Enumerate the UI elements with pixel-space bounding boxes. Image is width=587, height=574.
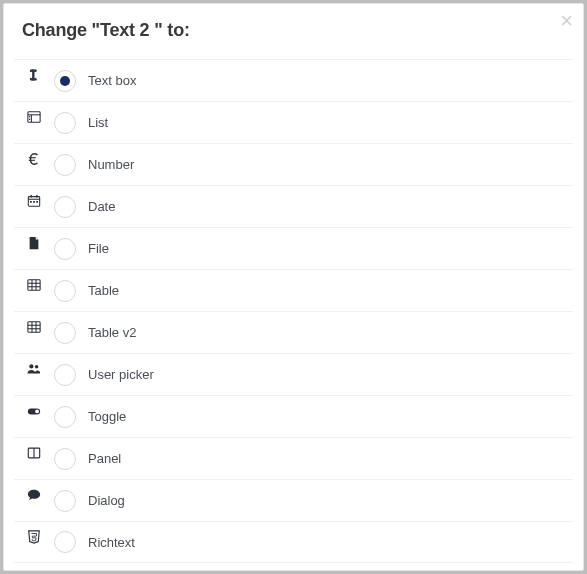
html-icon: [14, 522, 54, 544]
svg-point-24: [29, 364, 33, 368]
options-list: Text boxListNumberDateFileTableTable v2U…: [4, 59, 583, 563]
table-icon: [14, 312, 54, 334]
option-label: User picker: [88, 367, 154, 382]
radio-button[interactable]: [54, 154, 76, 176]
svg-rect-3: [29, 116, 30, 117]
panel-icon: [14, 438, 54, 460]
dialog-title: Change "Text 2 " to:: [22, 20, 565, 41]
users-icon: [14, 354, 54, 376]
option-row[interactable]: Panel: [14, 437, 573, 479]
comment-icon: [14, 480, 54, 502]
option-label: Toggle: [88, 409, 126, 424]
close-icon[interactable]: ×: [560, 10, 573, 32]
option-row[interactable]: Text box: [14, 59, 573, 101]
radio-button[interactable]: [54, 70, 76, 92]
option-row[interactable]: List: [14, 101, 573, 143]
option-label: Panel: [88, 451, 121, 466]
svg-rect-9: [31, 195, 32, 198]
option-label: Dialog: [88, 493, 125, 508]
option-label: Table v2: [88, 325, 136, 340]
calendar-icon: [14, 186, 54, 208]
option-label: Date: [88, 199, 115, 214]
table-icon: [14, 270, 54, 292]
text-cursor-icon: [14, 60, 54, 82]
option-row[interactable]: Dialog: [14, 479, 573, 521]
change-type-dialog: × Change "Text 2 " to: Text boxListNumbe…: [3, 3, 584, 571]
svg-rect-10: [36, 195, 37, 198]
option-row[interactable]: Number: [14, 143, 573, 185]
option-row[interactable]: Toggle: [14, 395, 573, 437]
radio-button[interactable]: [54, 406, 76, 428]
file-icon: [14, 228, 54, 250]
toggle-icon: [14, 396, 54, 418]
option-row[interactable]: Table v2: [14, 311, 573, 353]
option-label: Table: [88, 283, 119, 298]
radio-button[interactable]: [54, 238, 76, 260]
option-label: Text box: [88, 73, 136, 88]
radio-button[interactable]: [54, 490, 76, 512]
option-label: List: [88, 115, 108, 130]
dialog-header: Change "Text 2 " to:: [4, 4, 583, 59]
euro-icon: [14, 144, 54, 166]
radio-button[interactable]: [54, 364, 76, 386]
option-row[interactable]: Date: [14, 185, 573, 227]
radio-button[interactable]: [54, 448, 76, 470]
radio-button[interactable]: [54, 280, 76, 302]
svg-rect-13: [36, 201, 38, 203]
option-row[interactable]: Richtext: [14, 521, 573, 563]
option-label: File: [88, 241, 109, 256]
option-label: Richtext: [88, 535, 135, 550]
svg-rect-12: [33, 201, 35, 203]
svg-rect-11: [30, 201, 32, 203]
option-row[interactable]: File: [14, 227, 573, 269]
option-row[interactable]: Table: [14, 269, 573, 311]
list-icon: [14, 102, 54, 124]
svg-point-25: [35, 365, 39, 369]
radio-button[interactable]: [54, 196, 76, 218]
svg-rect-4: [29, 119, 30, 120]
radio-button[interactable]: [54, 322, 76, 344]
svg-rect-19: [28, 322, 40, 333]
option-row[interactable]: User picker: [14, 353, 573, 395]
svg-point-27: [35, 410, 39, 414]
svg-rect-14: [28, 280, 40, 291]
radio-button[interactable]: [54, 112, 76, 134]
option-label: Number: [88, 157, 134, 172]
radio-button[interactable]: [54, 531, 76, 553]
